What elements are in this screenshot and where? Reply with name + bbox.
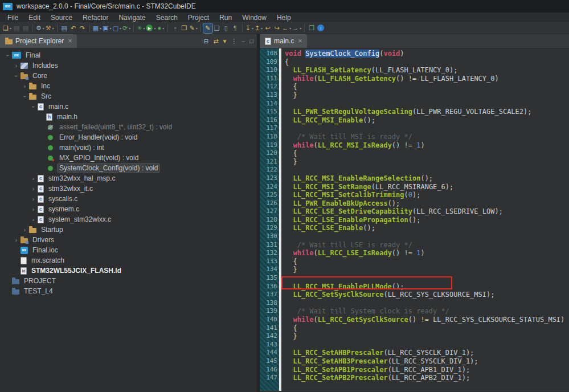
block-selection-icon[interactable]: ▯ <box>222 23 231 33</box>
run-config-icon[interactable]: ▣▾ <box>102 23 112 33</box>
next-annotation-icon[interactable]: ↪ <box>272 23 281 33</box>
tree-item-core[interactable]: ›Core <box>0 71 257 81</box>
tab-project-explorer[interactable]: Project Explorer × <box>0 34 77 48</box>
tree-item-sysmem-c[interactable]: ›csysmem.c <box>0 204 257 214</box>
chevron-expanded-icon[interactable]: › <box>30 103 36 111</box>
menu-project[interactable]: Project <box>183 14 214 22</box>
menu-refactor[interactable]: Refactor <box>77 14 113 22</box>
chevron-expanded-icon[interactable]: › <box>22 92 28 101</box>
chevron-collapsed-icon[interactable]: › <box>29 217 38 223</box>
tree-item-label: STM32WL55JCIX_FLASH.ld <box>30 266 123 275</box>
save-icon[interactable]: ▤ <box>12 23 21 33</box>
tree-item-stm32wlxx-it-c[interactable]: ›cstm32wlxx_it.c <box>0 183 257 194</box>
tree-item-stm32wl55jcix-flash-ld[interactable]: ldSTM32WL55JCIX_FLASH.ld <box>0 266 257 276</box>
c-tool-icon[interactable]: ▢▾ <box>112 23 122 33</box>
tree-item-includes[interactable]: ›Includes <box>0 60 257 71</box>
chevron-collapsed-icon[interactable]: › <box>29 175 38 182</box>
new-source-file-icon[interactable]: ▤ <box>60 23 69 33</box>
terminate-icon[interactable]: ●▾ <box>156 23 165 33</box>
tree-item-mx-gpio-init-void-void[interactable]: MX_GPIO_Init(void) : void <box>0 153 257 163</box>
tree-item-error-handler-void-void[interactable]: Error_Handler(void) : void <box>0 132 257 142</box>
refresh-build-icon[interactable]: ⟳▾ <box>122 23 131 33</box>
undo-icon[interactable]: ↶ <box>69 23 78 33</box>
search-icon[interactable]: ▫ <box>170 23 179 33</box>
redo-icon[interactable]: ↷ <box>78 23 87 33</box>
chevron-expanded-icon[interactable]: › <box>13 72 19 80</box>
tree-item-inc[interactable]: ›Inc <box>0 81 257 91</box>
tree-item-final[interactable]: ›IDEFinal <box>0 50 257 60</box>
highlighter-icon[interactable]: ✎ <box>203 23 212 33</box>
previous-annotation-icon[interactable]: ↩ <box>263 23 272 33</box>
tree-item-main-c[interactable]: ›cmain.c <box>0 101 257 112</box>
device-configuration-icon[interactable]: ⚙▾ <box>35 23 45 33</box>
tree-item-mx-scratch[interactable]: mx.scratch <box>0 255 257 266</box>
tree-item-assert-failed-uint8-t-uint32-t-void[interactable]: assert_failed(uint8_t*, uint32_t) : void <box>0 122 257 132</box>
line-number: 134 <box>260 266 277 274</box>
tree-item-systemclock-config-void-void[interactable]: SystemClock_Config(void) : void <box>0 163 257 173</box>
debug-icon[interactable]: ✳▾ <box>136 23 145 33</box>
code-editor[interactable]: 1081091101111121131141151161171181191201… <box>260 48 569 391</box>
minimize-icon[interactable]: – <box>241 37 245 45</box>
tree-item-test-l4[interactable]: TEST_L4 <box>0 286 257 296</box>
info-icon[interactable]: i <box>316 23 325 33</box>
new-wizard-icon[interactable]: ❏▾ <box>2 23 12 33</box>
save-all-icon[interactable]: ▤ <box>21 23 30 33</box>
chevron-collapsed-icon[interactable]: › <box>12 63 21 69</box>
menu-search[interactable]: Search <box>151 14 183 22</box>
tree-item-startup[interactable]: ›Startup <box>0 224 257 235</box>
mark-occurrences-icon[interactable]: ❑ <box>212 23 222 33</box>
show-whitespace-icon[interactable]: ¶ <box>231 23 240 33</box>
tree-item-stm32wlxx-hal-msp-c[interactable]: ›cstm32wlxx_hal_msp.c <box>0 173 257 183</box>
line-number: 139 <box>260 307 277 316</box>
tree-item-system-stm32wlxx-c[interactable]: ›csystem_stm32wlxx.c <box>0 214 257 224</box>
chevron-expanded-icon[interactable]: › <box>5 51 11 60</box>
tree-item-final-ioc[interactable]: MXFinal.ioc <box>0 245 257 255</box>
pkg-icon <box>21 238 28 243</box>
chevron-collapsed-icon[interactable]: › <box>21 227 29 233</box>
annotate-icon[interactable]: ✎▾ <box>189 23 198 33</box>
tree-item-syscalls-c[interactable]: ›csyscalls.c <box>0 194 257 204</box>
tree-item-label: Src <box>39 92 53 101</box>
menu-navigate[interactable]: Navigate <box>113 14 150 22</box>
tree-item-main-h[interactable]: hmain.h <box>0 112 257 122</box>
build-hammer-icon[interactable]: ⚒▾ <box>45 23 55 33</box>
tree-item-label: PROJECT <box>22 276 58 285</box>
maximize-icon[interactable]: □ <box>249 37 253 45</box>
view-menu-icon[interactable]: ⋮ <box>231 37 237 45</box>
forward-icon[interactable]: →▾ <box>292 23 302 33</box>
mpub-icon <box>48 135 53 140</box>
menu-window[interactable]: Window <box>237 14 272 22</box>
last-edit-location-icon[interactable]: ↥▾ <box>254 23 263 33</box>
import-icon[interactable]: ↧▾ <box>245 23 254 33</box>
chevron-collapsed-icon[interactable]: › <box>29 196 38 202</box>
code-line-144: LL_RCC_SetAHBPrescaler(LL_RCC_SYSCLK_DIV… <box>285 349 569 357</box>
code-line-112: { <box>285 83 569 91</box>
code-line-119: while(LL_RCC_MSI_IsReady() != 1) <box>285 141 569 150</box>
line-number: 118 <box>260 133 277 141</box>
link-editor-icon[interactable]: ⇄ <box>213 37 218 45</box>
collapse-all-icon[interactable]: ⊟ <box>203 37 208 45</box>
open-element-icon[interactable]: ❐ <box>179 23 189 33</box>
close-icon[interactable]: × <box>298 37 302 45</box>
chevron-collapsed-icon[interactable]: › <box>29 186 38 192</box>
tab-main-c[interactable]: c main.c × <box>260 34 307 48</box>
tree-item-src[interactable]: ›Src <box>0 91 257 101</box>
chevron-collapsed-icon[interactable]: › <box>29 206 38 213</box>
close-icon[interactable]: × <box>68 37 72 45</box>
run-icon[interactable]: ▶▾ <box>145 23 156 33</box>
tree-item-project[interactable]: PROJECT <box>0 276 257 286</box>
tree-item-drivers[interactable]: ›Drivers <box>0 235 257 245</box>
filter-icon[interactable]: ▾ <box>223 37 227 45</box>
chevron-collapsed-icon[interactable]: › <box>21 83 29 89</box>
menu-edit[interactable]: Edit <box>23 14 46 22</box>
menu-run[interactable]: Run <box>214 14 237 22</box>
menu-help[interactable]: Help <box>272 14 296 22</box>
menu-source[interactable]: Source <box>46 14 77 22</box>
debug-config-icon[interactable]: ▦▾ <box>92 23 102 33</box>
chevron-collapsed-icon[interactable]: › <box>12 237 21 243</box>
open-perspective-icon[interactable]: ❒ <box>307 23 316 33</box>
back-icon[interactable]: ←▾ <box>281 23 292 33</box>
tree-item-main-void-int[interactable]: main(void) : int <box>0 142 257 153</box>
code-line-115: LL_PWR_SetRegulVoltageScaling(LL_PWR_REG… <box>285 108 569 116</box>
menu-file[interactable]: File <box>2 14 23 22</box>
